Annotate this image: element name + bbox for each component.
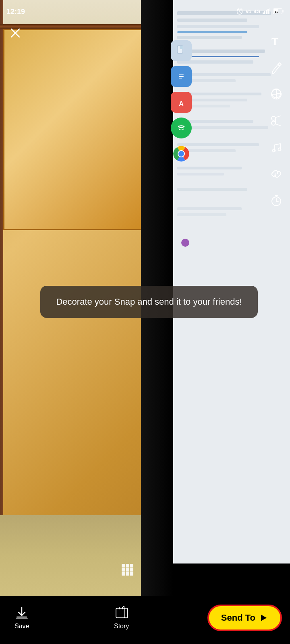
svg-text:T: T <box>271 36 278 47</box>
svg-rect-12 <box>122 564 125 568</box>
save-button[interactable]: Save <box>8 602 35 634</box>
svg-rect-15 <box>122 568 125 572</box>
hint-box: Decorate your Snap and send it to your f… <box>40 286 258 318</box>
svg-rect-22 <box>263 12 264 14</box>
right-toolbar: T <box>267 32 285 209</box>
app-icons-strip: A <box>169 40 193 164</box>
svg-rect-19 <box>126 572 129 576</box>
svg-rect-26 <box>269 8 270 14</box>
svg-rect-25 <box>267 9 269 14</box>
save-label: Save <box>14 623 29 630</box>
avast-icon: A <box>171 92 192 113</box>
spotify-icon <box>171 118 192 138</box>
svg-rect-47 <box>116 608 125 618</box>
vo-icon: Vo <box>246 9 251 14</box>
alarm-icon <box>236 8 243 16</box>
timer-tool-button[interactable] <box>267 192 285 209</box>
svg-line-38 <box>276 124 280 126</box>
bottom-bar: Save Story Send To <box>0 596 290 644</box>
hint-text: Decorate your Snap and send it to your f… <box>52 295 246 308</box>
sticker-tool-button[interactable] <box>267 85 285 103</box>
chrome-icon <box>171 143 192 164</box>
svg-rect-28 <box>282 10 284 12</box>
svg-rect-14 <box>130 564 133 568</box>
svg-marker-48 <box>261 615 267 621</box>
svg-point-8 <box>175 122 188 134</box>
svg-text:A: A <box>179 100 184 107</box>
svg-rect-23 <box>264 11 265 14</box>
grid-apps-icon[interactable] <box>120 562 135 580</box>
signal-icon <box>263 8 271 15</box>
send-to-label: Send To <box>221 613 255 623</box>
svg-rect-20 <box>130 572 133 576</box>
svg-text:16: 16 <box>275 10 278 14</box>
svg-rect-3 <box>179 74 184 75</box>
svg-point-11 <box>178 151 184 157</box>
4g-icon: 4G <box>254 9 260 14</box>
svg-rect-5 <box>179 78 182 78</box>
svg-rect-13 <box>126 564 129 568</box>
story-button[interactable]: Story <box>108 602 135 634</box>
svg-line-37 <box>276 116 280 118</box>
svg-rect-24 <box>266 10 267 14</box>
files-icon <box>171 40 192 61</box>
draw-tool-button[interactable] <box>267 59 285 76</box>
svg-point-35 <box>271 121 276 125</box>
close-button[interactable] <box>6 24 24 42</box>
status-bar: 12:19 Vo 4G 1 <box>0 0 290 20</box>
svg-rect-17 <box>130 568 133 572</box>
text-tool-button[interactable]: T <box>267 32 285 50</box>
svg-rect-1 <box>180 46 183 49</box>
svg-rect-4 <box>179 76 184 77</box>
purple-app-icon <box>181 239 189 247</box>
status-icons: Vo 4G 16 <box>236 8 284 16</box>
svg-rect-16 <box>126 568 129 572</box>
dark-center-strip <box>141 0 173 644</box>
docs-icon <box>171 66 192 87</box>
music-tool-button[interactable] <box>267 138 285 156</box>
floor-background <box>0 515 161 596</box>
door-panel-inner <box>3 29 150 230</box>
battery-icon: 16 <box>273 8 284 15</box>
link-tool-button[interactable] <box>267 165 285 183</box>
svg-point-36 <box>271 116 276 120</box>
svg-rect-18 <box>122 572 125 576</box>
status-time: 12:19 <box>6 8 25 16</box>
story-label: Story <box>114 623 129 630</box>
scissors-tool-button[interactable] <box>267 112 285 130</box>
send-to-button[interactable]: Send To <box>207 605 282 631</box>
